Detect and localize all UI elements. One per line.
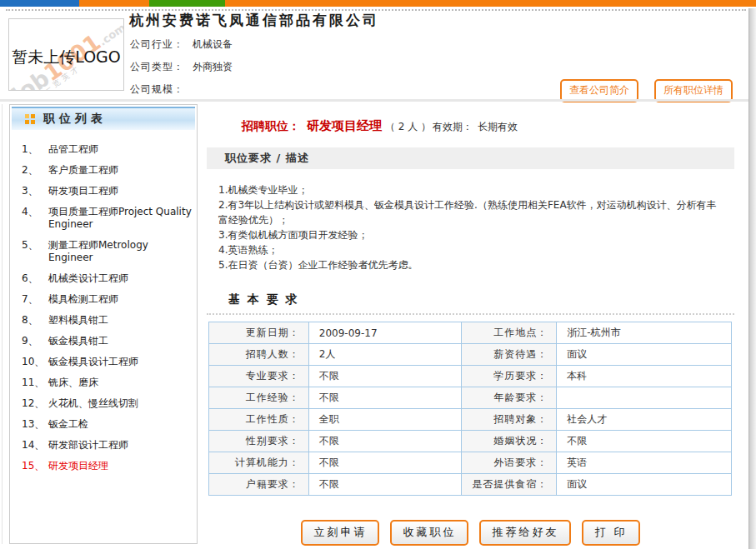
sidebar-item-job-6[interactable]: 6、机械类设计工程师: [10, 272, 197, 285]
job-title-link: 研发项目工程师: [48, 185, 123, 197]
field-label: 是否提供食宿：: [461, 474, 557, 496]
print-button[interactable]: 打 印: [582, 520, 639, 546]
table-row: 工作经验： 不限 年龄要求：: [209, 387, 732, 409]
field-label: 更新日期：: [209, 322, 309, 344]
topbar-green-segment: [149, 0, 225, 7]
topbar-orange-segment-long: [225, 0, 756, 7]
field-label: 年龄要求：: [461, 387, 557, 409]
table-row: 户籍要求： 不限 是否提供食宿： 面议: [209, 474, 732, 496]
field-label: 婚姻状况：: [461, 431, 557, 452]
sidebar-item-job-9[interactable]: 9、钣金模具钳工: [10, 335, 197, 347]
topbar-blue-segment: [0, 0, 79, 7]
sidebar-item-job-8[interactable]: 8、塑料模具钳工: [10, 314, 197, 327]
field-value: 不限: [308, 474, 461, 496]
top-color-bar: [0, 0, 756, 7]
desc-line: 5.在日资（台资）企业工作经验者优先考虑。: [218, 257, 726, 272]
job-description: 1.机械类专业毕业； 2.有3年以上结构设计或塑料模具、钣金模具设计工作经验.（…: [218, 182, 726, 272]
sidebar-item-job-5[interactable]: 5、测量工程师Metrology Engineer: [10, 239, 197, 264]
sidebar-item-job-1[interactable]: 1、品管工程师: [10, 143, 197, 156]
job-number: 14、: [22, 439, 48, 452]
validity-value: 长期有效: [478, 121, 518, 132]
field-value: 浙江-杭州市: [557, 322, 732, 344]
sidebar-item-job-14[interactable]: 14、研发部设计工程师: [10, 439, 197, 452]
job-description-section-header: 职位要求 / 描述: [207, 147, 734, 169]
job-list-sidebar: 职位列表 1、品管工程师 2、客户质量工程师 3、研发项目工程师 4、项目质量工…: [9, 104, 198, 544]
job-number: 11、: [22, 377, 48, 389]
apply-now-button[interactable]: 立刻申请: [301, 520, 379, 546]
field-value: 全职: [308, 409, 461, 431]
company-size-row: 公司规模：: [130, 82, 193, 97]
table-row: 计算机能力： 不限 外语要求： 英语: [209, 452, 732, 474]
sidebar-item-job-15-active[interactable]: 15、研发项目经理: [10, 460, 197, 472]
table-row: 性别要求： 不限 婚姻状况： 不限: [209, 431, 732, 452]
job-number: 9、: [22, 335, 48, 347]
dotted-rule: [207, 313, 734, 315]
basic-requirements-title: 基 本 要 求: [228, 292, 734, 307]
job-title-link: 研发部设计工程师: [48, 439, 133, 452]
company-industry-row: 公司行业：机械设备: [130, 37, 233, 52]
left-edge-line: [2, 104, 3, 544]
job-number: 7、: [22, 293, 48, 306]
company-industry-value: 机械设备: [193, 38, 233, 50]
job-list: 1、品管工程师 2、客户质量工程师 3、研发项目工程师 4、项目质量工程师Pro…: [10, 143, 197, 472]
sidebar-item-job-4[interactable]: 4、项目质量工程师Project Quality Engineer: [10, 206, 197, 231]
job-title-link: 研发项目经理: [48, 460, 113, 472]
job-title-link: 火花机、慢丝线切割: [48, 397, 143, 410]
job-number: 6、: [22, 272, 48, 285]
job-header-line: 招聘职位：研发项目经理（ 2 人 ）有效期：长期有效: [242, 118, 734, 134]
job-title-link: 模具检测工程师: [48, 293, 123, 306]
table-row: 更新日期： 2009-09-17 工作地点： 浙江-杭州市: [209, 322, 732, 344]
field-label: 工作经验：: [209, 387, 309, 409]
field-value: 本科: [557, 366, 732, 387]
sidebar-item-job-3[interactable]: 3、研发项目工程师: [10, 185, 197, 197]
field-value: 不限: [308, 387, 461, 409]
sidebar-item-job-2[interactable]: 2、客户质量工程师: [10, 164, 197, 177]
field-label: 招聘人数：: [209, 344, 309, 366]
sidebar-item-job-11[interactable]: 11、铣床、磨床: [10, 377, 197, 389]
field-label: 外语要求：: [461, 452, 557, 474]
job-number: 13、: [22, 418, 48, 431]
job-title-link: 钣金模具钳工: [48, 335, 113, 347]
field-value: 不限: [308, 452, 461, 474]
topbar-orange-segment: [79, 0, 149, 7]
field-value: 面议: [557, 474, 732, 496]
company-type-value: 外商独资: [193, 61, 233, 72]
field-value: [557, 387, 732, 409]
field-value: 2人: [308, 344, 461, 366]
company-type-row: 公司类型：外商独资: [130, 60, 233, 74]
recommend-to-friend-button[interactable]: 推荐给好友: [479, 520, 571, 546]
job-title: 研发项目经理: [307, 118, 382, 133]
field-value: 社会人才: [557, 409, 732, 431]
desc-line: 2.有3年以上结构设计或塑料模具、钣金模具设计工作经验.（熟练使用相关FEA软件…: [218, 197, 726, 227]
field-label: 性别要求：: [209, 431, 309, 452]
sidebar-item-job-7[interactable]: 7、模具检测工程师: [10, 293, 197, 306]
basic-requirements-table: 更新日期： 2009-09-17 工作地点： 浙江-杭州市 招聘人数： 2人 薪…: [208, 322, 732, 496]
job-number: 1、: [22, 143, 48, 156]
save-job-button[interactable]: 收藏职位: [390, 520, 468, 546]
job-number: 3、: [22, 185, 48, 197]
job-title-link: 测量工程师Metrology Engineer: [48, 239, 197, 264]
job-detail-page: job1001.com 一览英才 暂未上传LOGO 杭州安费诺飞凤通信部品有限公…: [0, 0, 756, 549]
field-value: 2009-09-17: [308, 322, 461, 344]
job-headcount: （ 2 人 ）: [385, 121, 431, 132]
header-divider: [0, 99, 756, 102]
job-list-title: 职位列表: [43, 112, 107, 127]
desc-line: 4.英语熟练；: [218, 242, 726, 257]
action-buttons-row: 立刻申请 收藏职位 推荐给好友 打 印: [207, 520, 734, 546]
field-label: 学历要求：: [461, 366, 557, 387]
job-title-link: 钣金模具设计工程师: [48, 356, 143, 368]
job-list-header: 职位列表: [12, 107, 195, 130]
sidebar-item-job-10[interactable]: 10、钣金模具设计工程师: [10, 356, 197, 368]
job-title-link: 客户质量工程师: [48, 164, 123, 177]
sidebar-item-job-12[interactable]: 12、火花机、慢丝线切割: [10, 397, 197, 410]
field-value: 不限: [557, 431, 732, 452]
recruit-position-label: 招聘职位：: [242, 119, 300, 132]
job-detail-main: 招聘职位：研发项目经理（ 2 人 ）有效期：长期有效 职位要求 / 描述 1.机…: [207, 104, 734, 546]
desc-line: 3.有类似机械方面项目开发经验；: [218, 227, 726, 242]
company-name: 杭州安费诺飞凤通信部品有限公司: [129, 11, 379, 30]
job-title-link: 机械类设计工程师: [48, 272, 133, 285]
field-label: 薪资待遇：: [461, 344, 557, 366]
sidebar-item-job-13[interactable]: 13、钣金工检: [10, 418, 197, 431]
job-title-link: 钣金工检: [48, 418, 93, 431]
job-title-link: 品管工程师: [48, 143, 103, 156]
